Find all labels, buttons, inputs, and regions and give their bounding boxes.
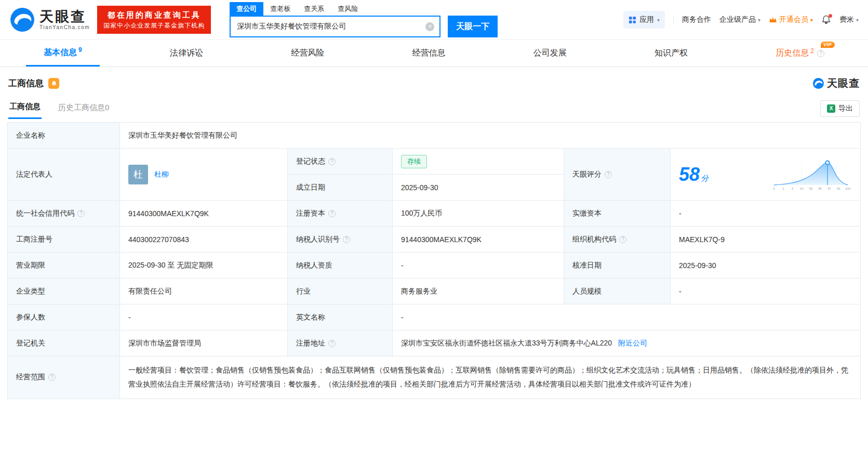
field-label-text: 营业期限 — [16, 261, 45, 269]
score-axis-tick: 3 — [792, 187, 794, 190]
field-label-reg-number: 工商注册号 — [8, 227, 120, 253]
field-label-text: 企业类型 — [16, 287, 45, 295]
section-title: 工商信息 — [8, 77, 44, 89]
score-axis-tick: 15 — [800, 187, 804, 190]
help-icon[interactable]: ? — [77, 210, 85, 217]
logo-title: 天眼查 — [39, 9, 90, 24]
tab-label: 法律诉讼 — [170, 48, 203, 59]
bell-icon — [51, 81, 57, 87]
field-value-insured-count: - — [120, 304, 288, 330]
crown-icon — [769, 16, 777, 23]
promo-banner: 都在用的商业查询工具 国家中小企业发展子基金旗下机构 — [97, 6, 211, 34]
tab-label: 知识产权 — [655, 48, 688, 59]
field-value-credit-code: 91440300MAEXLK7Q9K — [120, 201, 288, 227]
tab-operation-risk[interactable]: 经营风险 — [273, 40, 342, 67]
subscribe-bell-button[interactable] — [48, 78, 59, 89]
field-label-business-scope: 经营范围? — [8, 356, 120, 399]
help-icon[interactable]: ? — [817, 50, 824, 57]
logo-text: 天眼查 TianYanCha.com — [39, 9, 90, 30]
field-label-paid-capital: 实缴资本 — [564, 201, 671, 227]
chevron-down-icon: ▾ — [758, 17, 760, 23]
field-label-text: 登记状态 — [296, 157, 325, 165]
search-box: × — [230, 16, 440, 37]
search-tab-company[interactable]: 查公司 — [230, 2, 263, 16]
field-label-text: 统一社会信用代码 — [16, 209, 74, 217]
field-label-text: 成立日期 — [296, 183, 325, 191]
field-label-industry: 行业 — [288, 278, 393, 304]
search-area: 查公司 查老板 查关系 查风险 × 天眼一下 — [230, 2, 498, 37]
table-row: 工商注册号 440300227070843 纳税人识别号? 91440300MA… — [8, 227, 861, 253]
enterprise-product-link[interactable]: 企业级产品 ▾ — [719, 15, 760, 24]
field-value-industry: 商务服务业 — [393, 278, 564, 304]
field-value-business-term: 2025-09-30 至 无固定期限 — [120, 253, 288, 278]
field-label-score: 天眼评分? — [564, 149, 671, 201]
tab-intellectual-property[interactable]: 知识产权 — [637, 40, 705, 67]
header-nav: 应用 ▾ 商务合作 企业级产品 ▾ 开通会员 ▾ — [623, 11, 859, 29]
field-value-english-name: - — [393, 304, 861, 330]
field-label-text: 核准日期 — [572, 261, 602, 269]
help-icon[interactable]: ? — [328, 158, 336, 165]
vip-badge: VIP — [821, 42, 835, 48]
legal-rep-link[interactable]: 杜柳 — [154, 170, 169, 179]
help-icon[interactable]: ? — [48, 374, 56, 381]
field-label-text: 注册资本 — [296, 209, 325, 217]
business-cooperation-link[interactable]: 商务合作 — [682, 15, 711, 24]
tab-history-info[interactable]: VIP 历史信息2 ? — [758, 40, 842, 67]
field-label-text: 人员规模 — [572, 287, 602, 295]
table-row: 统一社会信用代码? 91440300MAEXLK7Q9K 注册资本? 100万人… — [8, 201, 861, 227]
tab-operation-info[interactable]: 经营信息 — [394, 40, 463, 67]
apps-menu-label: 应用 — [639, 15, 654, 24]
field-value-paid-capital: - — [671, 201, 861, 227]
tab-legal-litigation[interactable]: 法律诉讼 — [152, 40, 221, 67]
field-value-establish-date: 2025-09-30 — [393, 175, 564, 201]
search-tabs: 查公司 查老板 查关系 查风险 — [230, 2, 498, 16]
table-row: 参保人数 - 英文名称 - — [8, 304, 861, 330]
field-value-reg-status: 存续 — [393, 149, 564, 175]
apps-menu-button[interactable]: 应用 ▾ — [623, 11, 665, 29]
field-value-approval-date: 2025-09-30 — [671, 253, 861, 278]
subtab-history-business-info[interactable]: 历史工商信息0 — [57, 99, 110, 118]
field-label-text: 登记机关 — [16, 339, 45, 347]
tab-company-development[interactable]: 公司发展 — [516, 40, 584, 67]
search-tab-risk[interactable]: 查风险 — [331, 2, 365, 16]
tab-basic-info[interactable]: 基本信息9 — [26, 40, 100, 67]
field-label-reg-address: 注册地址? — [288, 330, 393, 356]
user-menu[interactable]: 费米 ▾ — [839, 15, 859, 24]
search-tab-relation[interactable]: 查关系 — [297, 2, 331, 16]
field-label-taxpayer-quality: 纳税人资质 — [288, 253, 393, 278]
field-label-approval-date: 核准日期 — [564, 253, 671, 278]
score-axis-tick: 99 — [837, 187, 840, 190]
brand-name: 天眼查 — [827, 76, 860, 90]
help-icon[interactable]: ? — [619, 236, 626, 243]
clear-search-icon[interactable]: × — [425, 22, 434, 31]
field-label-text: 英文名称 — [296, 313, 325, 321]
field-label-text: 实缴资本 — [572, 209, 602, 217]
help-icon[interactable]: ? — [343, 236, 350, 243]
tianyancha-logo[interactable]: 天眼查 TianYanCha.com — [9, 7, 90, 33]
search-row: × 天眼一下 — [230, 16, 498, 37]
subtab-business-info[interactable]: 工商信息 — [8, 98, 42, 119]
field-label-text: 企业名称 — [16, 131, 45, 139]
field-label-text: 行业 — [296, 287, 311, 295]
field-label-text: 天眼评分 — [572, 170, 602, 178]
export-label: 导出 — [838, 104, 853, 113]
search-button[interactable]: 天眼一下 — [448, 16, 498, 37]
field-label-text: 法定代表人 — [16, 170, 52, 178]
tianyancha-brand-icon — [812, 77, 824, 89]
field-label-establish-date: 成立日期 — [288, 175, 393, 201]
nearby-company-link[interactable]: 附近公司 — [618, 339, 647, 347]
score-value: 58 — [679, 164, 700, 185]
field-label-text: 经营范围 — [16, 373, 45, 381]
search-input[interactable] — [231, 22, 425, 31]
business-info-table: 企业名称 深圳市玉华美好餐饮管理有限公司 法定代表人 杜 杜柳 登记状态? 存续… — [7, 122, 861, 399]
field-label-staff-size: 人员规模 — [564, 278, 671, 304]
search-tab-boss[interactable]: 查老板 — [263, 2, 297, 16]
notification-bell-button[interactable] — [821, 15, 831, 25]
score-widget[interactable]: 58分 — [679, 158, 852, 191]
legal-rep-avatar[interactable]: 杜 — [128, 165, 148, 184]
help-icon[interactable]: ? — [328, 340, 336, 347]
vip-membership-link[interactable]: 开通会员 ▾ — [769, 15, 813, 24]
export-button[interactable]: X 导出 — [820, 100, 860, 117]
help-icon[interactable]: ? — [605, 171, 612, 178]
help-icon[interactable]: ? — [328, 210, 336, 217]
